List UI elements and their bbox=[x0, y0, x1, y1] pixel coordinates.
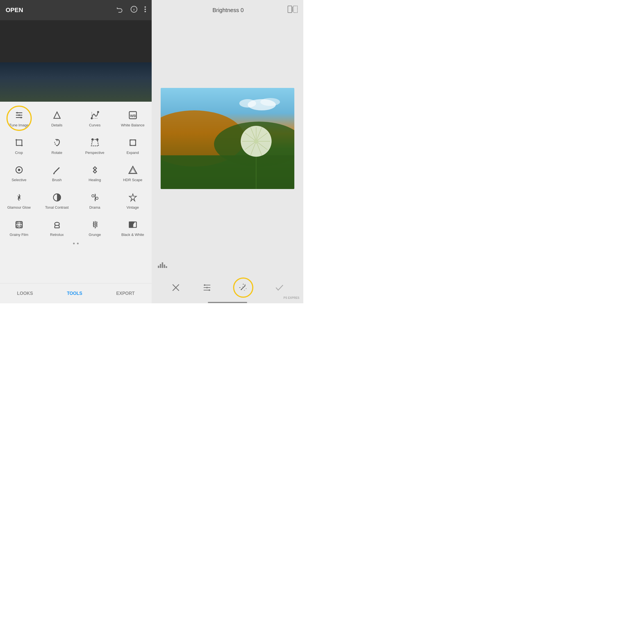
svg-point-3 bbox=[145, 6, 146, 8]
retrolux-label: Retrolux bbox=[50, 233, 63, 237]
curves-label: Curves bbox=[89, 123, 101, 128]
tool-grainy-film[interactable]: Grainy Film bbox=[0, 216, 38, 240]
left-panel: OPEN bbox=[0, 0, 152, 303]
selective-label: Selective bbox=[12, 178, 26, 182]
tool-grunge[interactable]: Grunge bbox=[76, 216, 114, 240]
histogram-icon bbox=[157, 260, 169, 270]
svg-point-4 bbox=[145, 9, 146, 10]
healing-icon bbox=[89, 164, 101, 176]
svg-point-85 bbox=[241, 289, 242, 290]
home-indicator bbox=[152, 302, 303, 303]
expand-icon bbox=[127, 136, 139, 149]
tool-expand[interactable]: Expand bbox=[114, 134, 152, 158]
image-area bbox=[152, 20, 303, 257]
svg-rect-70 bbox=[162, 262, 163, 268]
tool-perspective[interactable]: Perspective bbox=[76, 134, 114, 158]
svg-line-25 bbox=[54, 168, 59, 172]
svg-point-5 bbox=[145, 11, 146, 12]
tools-row-3: Selective Brush bbox=[0, 159, 152, 187]
hdr-icon bbox=[127, 164, 139, 176]
tool-drama[interactable]: Drama bbox=[76, 188, 114, 213]
crop-icon bbox=[13, 136, 25, 149]
svg-point-21 bbox=[96, 138, 98, 140]
svg-rect-69 bbox=[160, 264, 161, 268]
vintage-label: Vintage bbox=[127, 205, 139, 210]
svg-point-51 bbox=[239, 99, 256, 108]
svg-marker-12 bbox=[54, 112, 60, 119]
tool-details[interactable]: Details bbox=[38, 106, 76, 130]
svg-marker-34 bbox=[129, 194, 136, 201]
compare-icon[interactable] bbox=[288, 6, 298, 15]
drama-icon bbox=[89, 191, 101, 204]
grunge-label: Grunge bbox=[89, 233, 101, 237]
nav-tools[interactable]: TOOLS bbox=[61, 289, 88, 298]
svg-point-52 bbox=[260, 98, 280, 106]
undo-icon[interactable] bbox=[116, 6, 124, 15]
svg-rect-36 bbox=[17, 222, 18, 224]
info-icon[interactable] bbox=[130, 6, 138, 15]
cancel-button[interactable] bbox=[171, 283, 181, 293]
glamour-label: Glamour Glow bbox=[7, 205, 31, 210]
brightness-title: Brightness 0 bbox=[212, 7, 244, 13]
tool-crop[interactable]: Crop bbox=[0, 134, 38, 158]
home-bar bbox=[208, 302, 247, 303]
bottom-nav: LOOKS TOOLS EXPORT bbox=[0, 283, 152, 303]
tool-tune-image[interactable]: Tune Image bbox=[0, 106, 38, 130]
healing-label: Healing bbox=[88, 178, 101, 182]
svg-rect-44 bbox=[288, 6, 292, 13]
tool-retrolux[interactable]: Retrolux bbox=[38, 216, 76, 240]
perspective-icon bbox=[89, 136, 101, 149]
tool-glamour-glow[interactable]: Glamour Glow bbox=[0, 188, 38, 213]
svg-point-24 bbox=[18, 169, 20, 171]
svg-rect-53 bbox=[161, 155, 294, 189]
watermark: PS EXPRES bbox=[283, 296, 299, 299]
svg-rect-38 bbox=[17, 226, 18, 227]
tool-selective[interactable]: Selective bbox=[0, 161, 38, 185]
grainy-label: Grainy Film bbox=[10, 233, 28, 237]
drama-label: Drama bbox=[89, 205, 100, 210]
tool-hdr-scape[interactable]: HDR Scape bbox=[114, 161, 152, 185]
details-label: Details bbox=[51, 123, 63, 128]
confirm-button[interactable] bbox=[274, 283, 285, 293]
right-header: Brightness 0 bbox=[152, 0, 303, 20]
svg-rect-37 bbox=[20, 222, 21, 224]
tool-healing[interactable]: Healing bbox=[76, 161, 114, 185]
grainy-icon bbox=[13, 219, 25, 231]
tools-row-2: Crop Rotate bbox=[0, 132, 152, 160]
svg-text:×: × bbox=[242, 286, 244, 288]
main-image bbox=[161, 88, 294, 189]
tool-brush[interactable]: Brush bbox=[38, 161, 76, 185]
svg-rect-45 bbox=[293, 6, 297, 13]
open-button[interactable]: OPEN bbox=[6, 6, 116, 14]
bw-label: Black & White bbox=[121, 233, 144, 237]
magic-wand-button[interactable]: × × × bbox=[233, 277, 253, 298]
tool-black-white[interactable]: Black & White bbox=[114, 216, 152, 240]
svg-point-14 bbox=[97, 111, 99, 113]
hdr-label: HDR Scape bbox=[123, 178, 142, 182]
tool-tonal-contrast[interactable]: Tonal Contrast bbox=[38, 188, 76, 213]
image-preview bbox=[0, 20, 152, 102]
svg-point-20 bbox=[92, 138, 93, 140]
tool-rotate[interactable]: Rotate bbox=[38, 134, 76, 158]
tool-white-balance[interactable]: WB White Balance bbox=[114, 106, 152, 130]
wb-label: White Balance bbox=[121, 123, 145, 128]
nav-looks[interactable]: LOOKS bbox=[11, 289, 38, 298]
svg-rect-22 bbox=[130, 140, 136, 145]
right-panel: Brightness 0 bbox=[152, 0, 303, 303]
adjust-button[interactable] bbox=[202, 283, 212, 293]
bottom-toolbar: × × × PS EXPRES bbox=[152, 274, 303, 302]
header-icons bbox=[116, 6, 146, 15]
left-header: OPEN bbox=[0, 0, 152, 20]
histogram-area bbox=[152, 257, 303, 274]
retrolux-icon bbox=[51, 219, 63, 231]
svg-rect-72 bbox=[166, 266, 167, 268]
brush-icon bbox=[51, 164, 63, 176]
tune-image-icon bbox=[13, 109, 25, 121]
tool-curves[interactable]: Curves bbox=[76, 106, 114, 130]
svg-rect-39 bbox=[20, 226, 21, 227]
nav-export[interactable]: EXPORT bbox=[111, 289, 140, 298]
tool-vintage[interactable]: Vintage bbox=[114, 188, 152, 213]
tools-grid: Tune Image Details bbox=[0, 102, 152, 283]
more-icon[interactable] bbox=[144, 6, 146, 15]
svg-point-33 bbox=[95, 197, 98, 199]
